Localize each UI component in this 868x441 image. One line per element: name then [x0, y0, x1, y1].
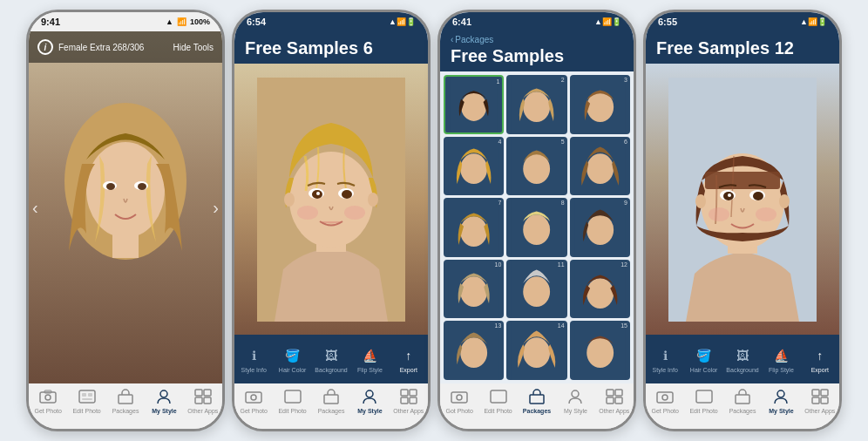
nav-other-apps-1[interactable]: Other Apps [184, 387, 222, 414]
time-2: 6:54 [247, 17, 266, 27]
svg-rect-99 [821, 390, 828, 396]
toolbar-export-2[interactable]: ↑ Export [390, 346, 428, 373]
toolbar-hair-color-2[interactable]: 🪣 Hair Color [273, 346, 311, 373]
nav-packages-2[interactable]: Packages [312, 387, 350, 414]
grid-thumb-7[interactable]: 7 [444, 198, 504, 257]
svg-rect-17 [204, 390, 211, 396]
grid-thumb-14[interactable]: 14 [506, 321, 566, 380]
svg-point-29 [316, 192, 320, 195]
nav-my-style-3[interactable]: My Style [556, 387, 594, 414]
page-title-4: Free Samples 12 [656, 38, 829, 58]
header-title-1: Female Extra 268/306 [58, 43, 144, 52]
toolbar-style-info-2[interactable]: ℹ Style Info [234, 346, 273, 373]
nav-edit-photo-1[interactable]: Edit Photo [67, 387, 105, 414]
grid-thumb-4[interactable]: 4 [444, 137, 504, 196]
status-bar-3: 6:41 ▲📶🔋 [440, 12, 634, 31]
grid-thumb-9[interactable]: 9 [570, 198, 630, 257]
svg-point-84 [695, 194, 706, 208]
toolbar-export-4[interactable]: ↑ Export [801, 346, 839, 373]
edit-photo-label-4: Edit Photo [689, 408, 717, 414]
toolbar-style-info-4[interactable]: ℹ Style Info [646, 346, 684, 373]
style-info-icon-2: ℹ [241, 346, 266, 365]
grid-thumb-15[interactable]: 15 [570, 321, 630, 380]
svg-point-15 [160, 390, 167, 397]
packages-icon-1 [113, 387, 138, 406]
page-title-2: Free Samples 6 [245, 38, 417, 58]
nav-got-photo-3[interactable]: Got Photo [440, 387, 478, 414]
style-info-label-2: Style Info [241, 367, 267, 373]
packages-label-2: Packages [318, 408, 345, 414]
background-label-2: Background [315, 367, 347, 373]
wifi-icon-1: 📶 [177, 17, 186, 26]
svg-point-85 [779, 194, 790, 208]
svg-point-94 [662, 395, 668, 400]
arrow-left-1[interactable]: ‹ [32, 198, 38, 218]
grid-thumb-5[interactable]: 5 [506, 137, 566, 196]
status-icons-4: ▲📶🔋 [800, 17, 827, 26]
flip-icon-2: ⛵ [357, 346, 382, 365]
nav-my-style-4[interactable]: My Style [762, 387, 800, 414]
phone-4: 6:55 ▲📶🔋 Free Samples 12 [643, 10, 842, 431]
svg-rect-96 [736, 395, 749, 404]
toolbar-hair-color-4[interactable]: 🪣 Hair Color [684, 346, 722, 373]
toolbar-background-2[interactable]: 🖼 Background [312, 346, 350, 373]
bottom-nav-4: Get Photo Edit Photo Packages My Style [646, 383, 839, 429]
svg-point-44 [524, 92, 551, 122]
photo-area-2 [234, 64, 428, 335]
toolbar-2: ℹ Style Info 🪣 Hair Color 🖼 Background ⛵… [234, 335, 428, 383]
flip-label-2: Flip Style [357, 367, 383, 373]
back-label-3[interactable]: Packages [455, 35, 493, 44]
grid-thumb-3[interactable]: 3 [570, 75, 630, 134]
nav-edit-photo-3[interactable]: Edit Photo [478, 387, 517, 414]
svg-rect-100 [812, 397, 819, 404]
arrow-right-1[interactable]: › [213, 198, 219, 218]
grid-thumb-6[interactable]: 6 [570, 137, 630, 196]
nav-other-apps-3[interactable]: Other Apps [595, 387, 634, 414]
svg-rect-38 [410, 390, 417, 396]
grid-thumb-1[interactable]: 1 [444, 75, 504, 134]
svg-rect-10 [79, 390, 95, 403]
my-style-label-2: My Style [357, 408, 382, 414]
bottom-nav-1: Get Photo Edit Photo Packages My Style [29, 383, 222, 429]
back-chevron-3: ‹ [451, 35, 453, 44]
toolbar-flip-2[interactable]: ⛵ Flip Style [350, 346, 389, 373]
grid-thumb-13[interactable]: 13 [444, 321, 504, 380]
svg-point-97 [777, 390, 784, 397]
nav-other-apps-4[interactable]: Other Apps [801, 387, 839, 414]
hide-tools-button[interactable]: Hide Tools [173, 43, 214, 52]
hair-photo-1: ‹ [29, 31, 222, 383]
nav-packages-3[interactable]: Packages [518, 387, 556, 414]
grid-thumb-2[interactable]: 2 [506, 75, 566, 134]
packages-label-3: Packages [523, 408, 551, 414]
nav-get-photo-1[interactable]: Get Photo [29, 387, 67, 414]
phone-2: 6:54 ▲📶🔋 Free Samples 6 [232, 10, 431, 431]
info-icon-1[interactable]: i [37, 39, 53, 55]
screen-content-1: i Female Extra 268/306 Hide Tools ‹ [29, 31, 222, 383]
svg-point-1 [86, 142, 165, 238]
nav-my-style-1[interactable]: My Style [145, 387, 183, 414]
toolbar-flip-4[interactable]: ⛵ Flip Style [762, 346, 800, 373]
svg-point-70 [587, 338, 614, 369]
svg-rect-95 [696, 390, 712, 403]
nav-packages-1[interactable]: Packages [106, 387, 145, 414]
edit-photo-icon-1 [75, 387, 99, 406]
nav-packages-4[interactable]: Packages [723, 387, 762, 414]
my-style-label-3: My Style [564, 408, 587, 414]
nav-edit-photo-4[interactable]: Edit Photo [684, 387, 722, 414]
grid-thumb-12[interactable]: 12 [570, 260, 630, 319]
svg-point-72 [457, 395, 462, 400]
svg-rect-7 [40, 392, 56, 403]
svg-point-64 [587, 278, 614, 309]
nav-get-photo-4[interactable]: Get Photo [646, 387, 684, 414]
grid-thumb-11[interactable]: 11 [506, 260, 566, 319]
grid-thumb-10[interactable]: 10 [444, 260, 504, 319]
bottom-nav-2: Get Photo Edit Photo Packages My Style [234, 383, 428, 429]
nav-other-apps-2[interactable]: Other Apps [390, 387, 428, 414]
nav-my-style-2[interactable]: My Style [350, 387, 389, 414]
svg-point-90 [728, 193, 731, 197]
grid-thumb-8[interactable]: 8 [506, 198, 566, 257]
toolbar-background-4[interactable]: 🖼 Background [723, 346, 762, 373]
nav-edit-photo-2[interactable]: Edit Photo [273, 387, 311, 414]
nav-get-photo-2[interactable]: Get Photo [234, 387, 273, 414]
svg-rect-73 [491, 390, 506, 403]
